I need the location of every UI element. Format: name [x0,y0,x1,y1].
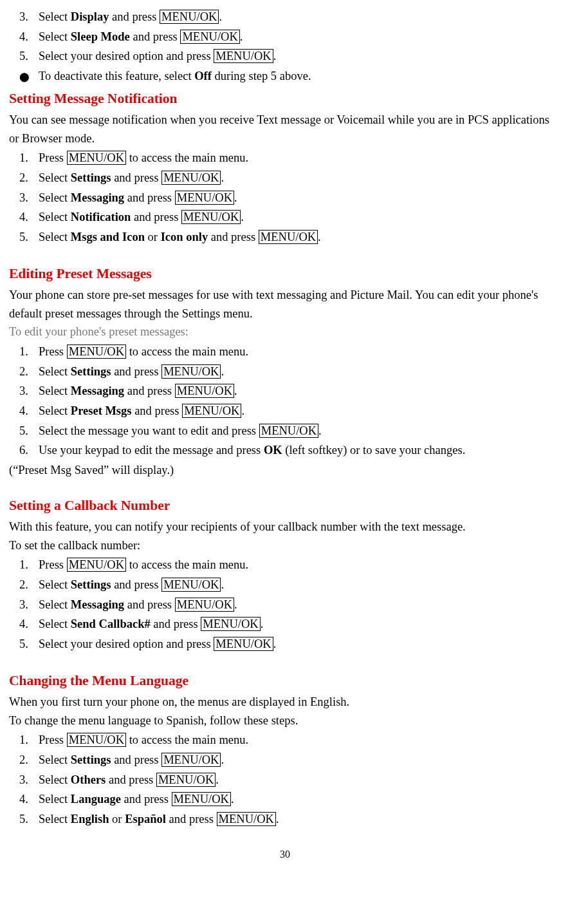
step-4: 4.Select Sleep Mode and press MENU/OK. [9,28,561,46]
text: and press [109,10,160,23]
step-1: 1.Press MENU/OK to access the main menu. [9,343,561,361]
term-espanol: Español [125,813,166,825]
term-language: Language [71,793,121,806]
text: and press [124,598,175,611]
text: and press [130,30,181,43]
heading-callback-number: Setting a Callback Number [9,495,561,516]
step-5: 5.Select the message you want to edit an… [9,422,561,440]
text: . [234,384,237,397]
num-4: 4. [19,790,39,809]
text: and press [106,773,156,786]
text: . [234,598,237,611]
text: Select [39,365,71,378]
num-3: 3. [19,189,39,207]
bullet-icon: ⬤ [19,70,39,84]
text: Select [39,384,71,397]
text: and press [151,618,201,630]
num-5: 5. [19,47,39,66]
num-2: 2. [19,363,39,381]
text: . [318,231,321,243]
text: Press [39,733,67,746]
menu-ok-button: MENU/OK [160,10,219,24]
text: . [241,404,244,417]
intro-text: When you first turn your phone on, the m… [9,693,561,712]
menu-ok-button: MENU/OK [181,210,241,224]
text: Select [39,578,71,591]
num-3: 3. [19,596,39,614]
menu-ok-button: MENU/OK [175,384,234,398]
text: Select [39,598,71,611]
text: and press [121,793,172,806]
menu-ok-button: MENU/OK [161,578,221,592]
menu-ok-button: MENU/OK [67,558,126,572]
step-2: 2.Select Settings and press MENU/OK. [9,363,561,381]
menu-ok-button: MENU/OK [172,792,231,806]
tail-text: (“Preset Msg Saved” will display.) [9,461,561,480]
term-messaging: Messaging [71,384,124,397]
menu-ok-button: MENU/OK [214,637,273,651]
text: Use your keypad to edit the message and … [39,444,264,457]
term-others: Others [71,773,106,786]
menu-ok-button: MENU/OK [259,424,318,438]
intro-text: Your phone can store pre-set messages fo… [9,286,561,323]
text: . [241,211,244,223]
text: Select [39,793,71,806]
text: . [276,813,279,825]
text: Press [39,558,67,571]
term-settings: Settings [71,578,111,591]
menu-ok-button: MENU/OK [182,404,241,418]
term-preset-msgs: Preset Msgs [71,404,132,417]
term-msgs-icon: Msgs and Icon [71,231,145,243]
num-3: 3. [19,771,39,789]
intro-text: With this feature, you can notify your r… [9,518,561,536]
text: (left softkey) or to save your changes. [282,444,466,457]
term-settings: Settings [71,365,111,378]
step-5: 5.Select your desired option and press M… [9,47,561,66]
text: and press [111,365,162,378]
text: Select [39,10,71,23]
menu-ok-button: MENU/OK [156,773,216,787]
num-2: 2. [19,169,39,187]
step-5: 5.Select English or Español and press ME… [9,810,561,829]
num-5: 5. [19,810,39,829]
menu-ok-button: MENU/OK [175,598,234,612]
menu-ok-button: MENU/OK [161,753,221,767]
text: Select [39,773,71,786]
step-4: 4.Select Language and press MENU/OK. [9,790,561,809]
text: Select the message you want to edit and … [39,424,259,437]
step-5: 5.Select Msgs and Icon or Icon only and … [9,228,561,247]
text: or [145,231,161,243]
text: and press [124,191,175,204]
menu-ok-button: MENU/OK [201,617,260,631]
text: . [221,171,224,184]
num-1: 1. [19,149,39,167]
text: or [109,813,125,825]
text: . [318,424,322,437]
step-6: 6.Use your keypad to edit the message an… [9,441,561,460]
num-4: 4. [19,28,39,46]
num-2: 2. [19,576,39,594]
menu-ok-button: MENU/OK [67,733,126,747]
step-2: 2.Select Settings and press MENU/OK. [9,751,561,769]
num-6: 6. [19,441,39,460]
text: . [240,30,243,43]
step-1: 1.Press MENU/OK to access the main menu. [9,731,561,750]
text: to access the main menu. [126,345,248,358]
text: and press [111,578,162,591]
term-icon-only: Icon only [161,231,208,243]
text: . [216,773,219,786]
text: . [273,637,277,650]
term-settings: Settings [71,753,111,766]
menu-ok-button: MENU/OK [67,151,126,165]
step-3: 3.Select Messaging and press MENU/OK. [9,189,561,207]
step-3: 3.Select Others and press MENU/OK. [9,771,561,789]
text: Select [39,191,71,204]
text: . [273,50,277,62]
text: Select [39,813,71,825]
step-1: 1.Press MENU/OK to access the main menu. [9,149,561,167]
menu-ok-button: MENU/OK [67,344,126,359]
term-ok: OK [264,444,282,457]
step-4: 4.Select Preset Msgs and press MENU/OK. [9,402,561,420]
text: Select your desired option and press [39,637,214,650]
num-5: 5. [19,422,39,440]
